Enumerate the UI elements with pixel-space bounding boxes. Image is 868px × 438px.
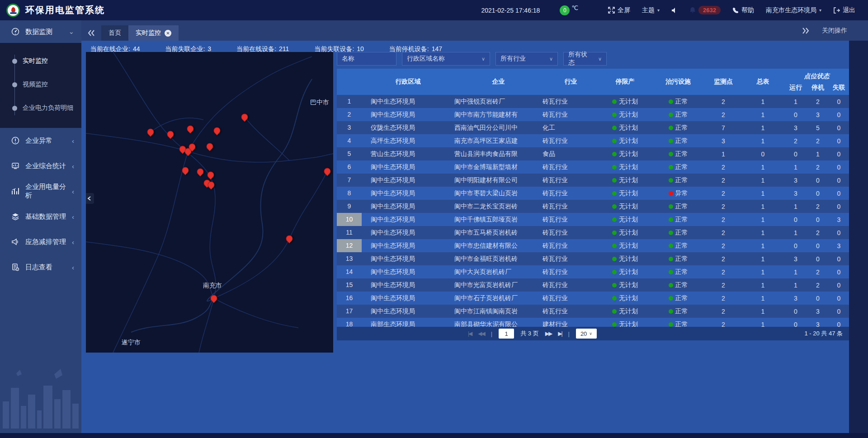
limit-status: 无计划 [599,137,651,145]
double-chevron-left-icon [88,30,95,36]
table-row[interactable]: 11 阆中生态环境局 阆中市五马桥页岩机砖 砖瓦行业 无计划 正常 2 1 1 … [337,226,849,239]
notifications[interactable]: 2632 [689,6,721,14]
facility-status: 正常 [651,216,705,224]
fullscreen-button[interactable]: 全屏 [608,6,630,14]
chevron-down-icon: ▾ [657,8,660,13]
status-dot-icon [669,126,673,130]
limit-status: 无计划 [599,307,651,316]
status-dot-icon [669,191,673,196]
tab-home[interactable]: 首页 [101,25,128,41]
main-content: 当前在线企业:44 当前失联企业:3 当前在线设备:211 当前失联设备:10 … [81,41,849,433]
sidebar-item-5[interactable]: 日志查看‹ [0,254,81,280]
limit-status: 无计划 [599,189,651,198]
sidebar-item-3[interactable]: 基础数据管理‹ [0,204,81,229]
tab-bar: 首页 实时监控 ✕ 关闭操作 [81,20,868,41]
status-dot-icon [612,257,617,261]
sidebar-subitem[interactable]: 视频监控 [0,73,81,96]
tabs-scroll-left-button[interactable] [81,25,101,41]
table-row[interactable]: 15 阆中生态环境局 阆中市光富页岩机砖厂 砖瓦行业 无计划 正常 2 1 1 … [337,278,849,292]
table-row[interactable]: 2 阆中生态环境局 阆中市南方节能建材有 砖瓦行业 无计划 正常 2 1 0 3… [337,108,849,121]
limit-status: 无计划 [599,111,651,119]
sidebar-subitem[interactable]: 企业电力负荷明细 [0,96,81,120]
close-icon[interactable]: ✕ [165,30,171,37]
status-select[interactable]: 所有状态 ∨ [563,52,607,66]
first-page-button[interactable]: |◀ [468,330,472,337]
sidebar-subitem[interactable]: 实时监控 [0,49,81,73]
limit-status: 无计划 [599,98,651,106]
status-dot-icon [669,322,673,327]
sidebar-submenu: 实时监控 视频监控 企业电力负荷明细 [0,43,81,128]
table-row[interactable]: 5 营山生态环境局 营山县润丰肉食品有限 食品 无计划 正常 1 0 0 1 0 [337,147,849,160]
status-dot-icon [612,322,617,327]
status-dot-icon [612,139,617,143]
chevron-down-icon: ∨ [598,56,602,62]
status-dot-icon [612,244,617,248]
table-row[interactable]: 3 仪陇生态环境局 西南油气田分公司川中 化工 无计划 正常 7 1 3 5 0 [337,121,849,134]
status-dot-icon [612,113,617,117]
page-size-select[interactable]: 20 ∨ [576,329,597,339]
facility-status: 正常 [651,150,705,158]
help-button[interactable]: 帮助 [732,6,754,14]
double-chevron-right-icon[interactable] [802,28,809,34]
limit-status: 无计划 [599,216,651,224]
status-dot-icon [669,165,673,170]
gauge-icon [11,28,20,36]
col-header-run: 运行 [784,80,807,95]
theme-dropdown[interactable]: 主题 ▾ [642,6,660,14]
status-dot-icon [669,231,673,235]
chevron-down-icon: ∨ [481,56,485,62]
org-dropdown[interactable]: 南充市生态环境局 ▾ [766,6,821,14]
table-row[interactable]: 14 阆中生态环境局 阆中大兴页岩机砖厂 砖瓦行业 无计划 正常 2 1 1 2… [337,265,849,278]
region-select[interactable]: 行政区域名称 ∨ [402,52,490,66]
app-logo-icon [6,4,20,17]
brand: 环保用电监管系统 [0,4,105,17]
status-dot-icon [612,152,617,156]
limit-status: 无计划 [599,163,651,171]
industry-select[interactable]: 所有行业 ∨ [495,52,558,66]
facility-status: 正常 [651,176,705,184]
limit-status: 无计划 [599,268,651,276]
enterprise-panel: 名称 行政区域名称 ∨ 所有行业 ∨ 所有状态 ∨ 行政区域 企业 行业 停限产… [337,52,849,340]
table-row[interactable]: 16 阆中生态环境局 阆中市石子页岩机砖厂 砖瓦行业 无计划 正常 2 1 3 … [337,292,849,305]
logout-button[interactable]: 退出 [833,6,855,14]
status-dot-icon [669,296,673,301]
prev-page-button[interactable]: ◀◀ [478,330,484,337]
col-header-facility: 治污设施 [651,69,705,95]
table-row[interactable]: 9 阆中生态环境局 阆中市二龙长宝页岩砖 砖瓦行业 无计划 正常 2 1 1 2… [337,200,849,213]
status-dot-icon [612,178,617,183]
table-row[interactable]: 17 阆中生态环境局 阆中市江南镇阆南页岩 砖瓦行业 无计划 正常 2 1 0 … [337,305,849,318]
table-row[interactable]: 4 高坪生态环境局 南充市高坪区王家店建 砖瓦行业 无计划 正常 3 1 2 2… [337,134,849,147]
close-operations-button[interactable]: 关闭操作 [822,27,847,35]
table-row[interactable]: 8 阆中生态环境局 阆中市枣碧大梁山页岩 砖瓦行业 无计划 异常 2 1 3 0… [337,187,849,200]
page-number-input[interactable] [499,329,514,339]
status-dot-icon [612,217,617,222]
temperature-unit: ℃ [571,5,578,11]
map-panel[interactable]: 巴中市南充市遂宁市 [86,52,333,353]
sidebar-item-0[interactable]: 企业异常‹ [0,128,81,153]
timeline-dot-icon [12,59,17,64]
sidebar-item-2[interactable]: 企业用电量分析‹ [0,179,81,204]
col-header-region: 行政区域 [362,69,454,95]
table-row[interactable]: 12 阆中生态环境局 阆中市忠信建材有限公 砖瓦行业 无计划 正常 2 1 0 … [337,239,849,252]
last-page-button[interactable]: ▶| [558,330,561,337]
table-row[interactable]: 6 阆中生态环境局 阆中市金博瑞新型墙材 砖瓦行业 无计划 正常 2 1 1 2… [337,160,849,174]
mute-button[interactable] [671,7,678,14]
table-row[interactable]: 13 阆中生态环境局 阆中市金福旺页岩机砖 砖瓦行业 无计划 正常 2 1 3 … [337,252,849,265]
temperature-badge: 0 [560,5,570,15]
facility-status: 正常 [651,268,705,276]
sidebar-item-4[interactable]: 应急减排管理‹ [0,229,81,254]
name-search-input[interactable]: 名称 [337,52,396,66]
next-page-button[interactable]: ▶▶ [545,330,552,337]
megaphone-icon [11,238,20,246]
city-label: 遂宁市 [122,339,141,347]
tab-realtime-monitor[interactable]: 实时监控 ✕ [128,25,179,41]
table-body: 1 阆中生态环境局 阆中强锐页岩砖厂 砖瓦行业 无计划 正常 2 1 1 2 0… [337,95,849,340]
table-header: 行政区域 企业 行业 停限产 治污设施 监测点 总表 点位状态 运行 停机 失联 [337,69,849,95]
sidebar-item-data-monitor[interactable]: 数据监测 ⌄ [0,20,81,43]
table-row[interactable]: 7 阆中生态环境局 阆中明阳建材有限公司 砖瓦行业 无计划 正常 2 1 3 0… [337,174,849,187]
sidebar-item-1[interactable]: 企业综合统计‹ [0,153,81,179]
chevron-down-icon: ▾ [819,8,821,13]
table-row[interactable]: 10 阆中生态环境局 阆中千佛镇五郎垭页岩 砖瓦行业 无计划 正常 2 1 0 … [337,213,849,226]
table-row[interactable]: 1 阆中生态环境局 阆中强锐页岩砖厂 砖瓦行业 无计划 正常 2 1 1 2 0 [337,95,849,108]
map-collapse-button[interactable] [86,193,94,204]
